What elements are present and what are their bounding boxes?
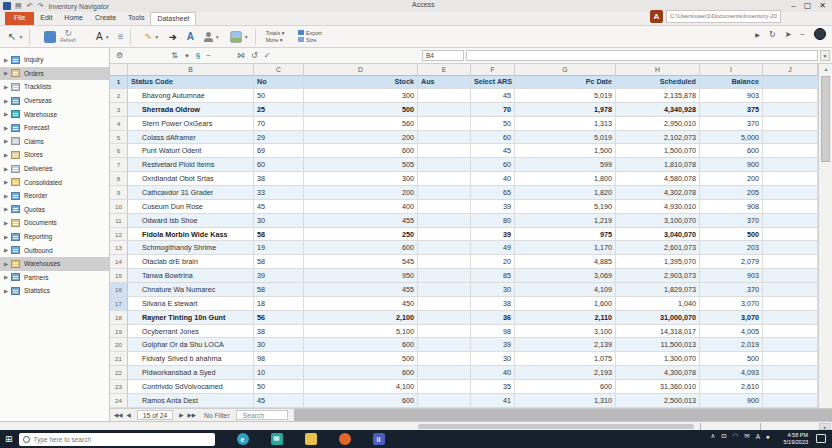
row-number[interactable]: 6: [110, 144, 128, 158]
table-cell[interactable]: [418, 241, 471, 255]
sidebar-item-inquiry[interactable]: ▶Inquiry: [0, 53, 109, 67]
table-cell[interactable]: 1,829,073: [616, 283, 700, 297]
go-to-button[interactable]: ➔: [169, 32, 177, 42]
expand-caret-icon[interactable]: ▶: [4, 70, 11, 76]
table-cell[interactable]: [763, 131, 818, 145]
column-letter[interactable]: D: [304, 64, 418, 76]
table-cell[interactable]: Otaclab drE brain: [128, 255, 254, 269]
table-cell[interactable]: Tanwa Bowtrina: [128, 269, 254, 283]
tray-icon-4[interactable]: A: [756, 433, 760, 440]
firefox-icon[interactable]: [339, 433, 351, 445]
table-cell[interactable]: [418, 200, 471, 214]
table-cell[interactable]: 500: [304, 103, 418, 117]
table-cell[interactable]: 98: [254, 352, 304, 366]
table-cell[interactable]: 56: [254, 311, 304, 325]
table-cell[interactable]: 908: [700, 200, 763, 214]
header-cell[interactable]: Status Code: [128, 76, 254, 89]
column-letter[interactable]: C: [254, 64, 304, 76]
table-cell[interactable]: 600: [304, 144, 418, 158]
table-cell[interactable]: 2,500,013: [616, 394, 700, 408]
table-cell[interactable]: Pidworkansbad a Syed: [128, 366, 254, 380]
table-cell[interactable]: [763, 158, 818, 172]
notification-center-icon[interactable]: [816, 434, 826, 443]
row-number[interactable]: 12: [110, 228, 128, 242]
ribbon-tab-tools[interactable]: Tools: [122, 12, 150, 25]
table-cell[interactable]: 58: [254, 283, 304, 297]
sidebar-item-warehouse[interactable]: ▶Warehouse: [0, 107, 109, 121]
sidebar-item-warehouses[interactable]: ▶Warehouses: [0, 257, 109, 271]
expand-caret-icon[interactable]: ▶: [4, 193, 11, 199]
table-cell[interactable]: 1,820: [515, 186, 616, 200]
table-cell[interactable]: 10: [254, 366, 304, 380]
table-cell[interactable]: 1,219: [515, 214, 616, 228]
highlight-button[interactable]: ✎▼: [145, 32, 160, 42]
row-number[interactable]: 8: [110, 172, 128, 186]
ribbon-tab-create[interactable]: Create: [89, 12, 122, 25]
sidebar-item-reorder[interactable]: ▶Reorder: [0, 189, 109, 203]
undo-icon[interactable]: ↶: [27, 2, 33, 10]
table-cell[interactable]: Silvana E stewart: [128, 297, 254, 311]
row-number[interactable]: 15: [110, 269, 128, 283]
table-cell[interactable]: 58: [254, 228, 304, 242]
tray-icon-5[interactable]: ●: [766, 433, 770, 440]
paste-button[interactable]: [44, 31, 56, 43]
more-button[interactable]: More ▾: [266, 37, 285, 44]
row-number[interactable]: 2: [110, 89, 128, 103]
table-cell[interactable]: Chnature Wa Numarec: [128, 283, 254, 297]
table-cell[interactable]: 40: [471, 366, 515, 380]
expand-caret-icon[interactable]: ▶: [4, 179, 11, 185]
share-icon[interactable]: ➤: [785, 30, 792, 39]
expand-caret-icon[interactable]: ▶: [4, 166, 11, 172]
row-number[interactable]: 5: [110, 131, 128, 145]
refresh-button[interactable]: ↻Refresh: [60, 31, 76, 43]
tray-icon-0[interactable]: ∧: [710, 432, 715, 440]
new-record-icon[interactable]: ▶▶: [188, 412, 196, 418]
table-cell[interactable]: Odward Isb Shoe: [128, 214, 254, 228]
table-cell[interactable]: 4,005: [700, 325, 763, 339]
table-cell[interactable]: Cathcavdor 31 Grader: [128, 186, 254, 200]
table-cell[interactable]: 25: [254, 103, 304, 117]
table-cell[interactable]: [418, 297, 471, 311]
header-cell[interactable]: Select ARS: [471, 76, 515, 89]
table-cell[interactable]: 505: [304, 158, 418, 172]
table-cell[interactable]: 3,040,070: [616, 228, 700, 242]
minimize-button[interactable]: –: [791, 1, 795, 10]
redo-icon[interactable]: ↷: [38, 2, 44, 10]
table-cell[interactable]: 30: [471, 283, 515, 297]
table-cell[interactable]: 85: [471, 269, 515, 283]
table-cell[interactable]: 3,100,070: [616, 214, 700, 228]
table-cell[interactable]: 2,139: [515, 338, 616, 352]
table-cell[interactable]: 203: [700, 241, 763, 255]
table-cell[interactable]: 3,069: [515, 269, 616, 283]
table-cell[interactable]: 2,193: [515, 366, 616, 380]
table-cell[interactable]: 500: [700, 228, 763, 242]
table-cell[interactable]: 36: [471, 311, 515, 325]
table-cell[interactable]: 60: [471, 131, 515, 145]
table-cell[interactable]: [763, 352, 818, 366]
table-cell[interactable]: 370: [700, 283, 763, 297]
table-cell[interactable]: Contrivdo SdVolvocamed: [128, 380, 254, 394]
row-number[interactable]: 24: [110, 394, 128, 408]
table-cell[interactable]: 4,093: [700, 366, 763, 380]
table-cell[interactable]: 18: [254, 297, 304, 311]
table-cell[interactable]: [418, 255, 471, 269]
horizontal-scroll-thumb[interactable]: [418, 424, 694, 429]
table-cell[interactable]: 903: [700, 89, 763, 103]
table-cell[interactable]: [418, 214, 471, 228]
table-cell[interactable]: [418, 380, 471, 394]
sync-icon[interactable]: ↻: [769, 30, 776, 39]
sidebar-item-deliveries[interactable]: ▶Deliveries: [0, 162, 109, 176]
table-cell[interactable]: 40: [471, 172, 515, 186]
table-cell[interactable]: 2,601,073: [616, 241, 700, 255]
sort-az-button[interactable]: A: [187, 31, 194, 42]
table-cell[interactable]: 50: [471, 117, 515, 131]
table-cell[interactable]: 1,040: [616, 297, 700, 311]
table-cell[interactable]: 11,500,013: [616, 338, 700, 352]
expand-caret-icon[interactable]: ▶: [4, 220, 11, 226]
header-cell[interactable]: Stock: [304, 76, 418, 89]
table-cell[interactable]: 300: [304, 89, 418, 103]
select-all-corner[interactable]: [110, 64, 128, 76]
size-button[interactable]: Size: [298, 37, 321, 44]
table-cell[interactable]: 69: [254, 144, 304, 158]
table-cell[interactable]: 1,310: [515, 394, 616, 408]
